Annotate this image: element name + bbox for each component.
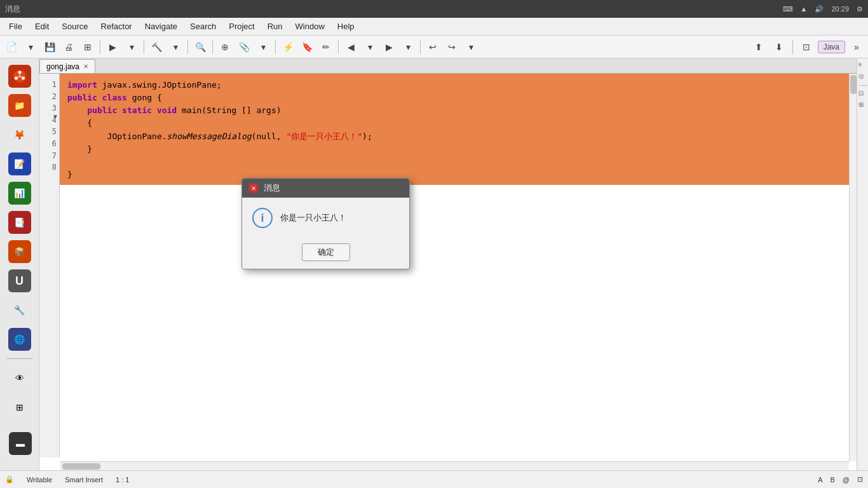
line-numbers: 12345678: [39, 74, 60, 458]
sidebar-separator: [7, 358, 32, 359]
status-icon-c[interactable]: @: [843, 476, 850, 484]
attach-arrow-btn[interactable]: ▾: [254, 38, 272, 56]
separator-6: [338, 40, 339, 54]
separator-8: [792, 40, 793, 54]
menu-edit[interactable]: Edit: [29, 19, 55, 34]
separator-5: [275, 40, 276, 54]
more-btn[interactable]: »: [848, 38, 865, 56]
workspace-icon[interactable]: ⊞: [8, 396, 31, 419]
code-line-3: public static void main(String [] args): [67, 104, 841, 117]
status-right: A B @ ⊡: [818, 475, 863, 484]
v-scrollbar[interactable]: [849, 74, 857, 461]
bookmark-btn[interactable]: 🔖: [298, 38, 316, 56]
right-icon-4[interactable]: ⊞: [858, 101, 867, 110]
status-icon-left[interactable]: 🔒: [5, 475, 14, 484]
menu-bar: File Edit Source Refactor Navigate Searc…: [0, 18, 868, 36]
code-line-6: }: [67, 143, 841, 156]
menu-search[interactable]: Search: [184, 19, 222, 34]
right-icon-3[interactable]: ⊡: [858, 90, 867, 98]
v-scrollbar-thumb[interactable]: [850, 75, 857, 94]
right-icon-2[interactable]: ◎: [858, 72, 867, 81]
files-icon[interactable]: 📁: [8, 94, 31, 117]
compare-btn[interactable]: ⚡: [279, 38, 297, 56]
menu-source[interactable]: Source: [55, 19, 94, 34]
print-btn[interactable]: 🖨: [60, 38, 78, 56]
build-arrow-btn[interactable]: ▾: [166, 38, 184, 56]
redo-btn[interactable]: ↪: [443, 38, 461, 56]
prev-annotation-btn[interactable]: ⬆: [750, 38, 768, 56]
tools-icon[interactable]: 🔧: [8, 299, 31, 322]
package-icon[interactable]: 📦: [8, 240, 31, 263]
menu-help[interactable]: Help: [331, 19, 361, 34]
status-bar: 🔒 Writable Smart Insert 1 : 1 A B @ ⊡: [0, 470, 868, 488]
impress-icon[interactable]: 📑: [8, 211, 31, 234]
h-scrollbar[interactable]: [60, 461, 849, 470]
dialog-ok-btn[interactable]: 确定: [302, 243, 350, 261]
title-bar-title: 消息: [5, 4, 20, 15]
editor-tab[interactable]: gong.java ✕: [39, 59, 95, 73]
toolbar-arrow-btn[interactable]: ▾: [22, 38, 39, 56]
status-icon-d[interactable]: ⊡: [857, 475, 863, 484]
calc-icon[interactable]: 📊: [8, 182, 31, 205]
build-btn[interactable]: 🔨: [147, 38, 165, 56]
dialog-close-btn[interactable]: ✕: [248, 183, 259, 193]
cursor-position: 1 : 1: [116, 476, 129, 484]
writer-icon[interactable]: 📝: [8, 152, 31, 175]
menu-refactor[interactable]: Refactor: [95, 19, 139, 34]
maximize-editor-btn[interactable]: ⊡: [797, 38, 815, 56]
save-btn[interactable]: 💾: [41, 38, 58, 56]
right-sidebar: ≡ ◎ ⊡ ⊞: [857, 58, 868, 470]
toolbar: 📄 ▾ 💾 🖨 ⊞ ▶ ▾ 🔨 ▾ 🔍 ⊕ 📎 ▾ ⚡ 🔖 ✏ ◀ ▾ ▶ ▾ …: [0, 36, 868, 58]
unity-icon[interactable]: U: [8, 269, 31, 292]
menu-navigate[interactable]: Navigate: [139, 19, 184, 34]
next-annotation-btn[interactable]: ⬇: [770, 38, 788, 56]
redo-arrow-btn[interactable]: ▾: [462, 38, 480, 56]
editor-container: gong.java ✕ 12345678 ▼ import javax.swin…: [39, 58, 857, 470]
menu-project[interactable]: Project: [222, 19, 261, 34]
nav-fwd-btn[interactable]: ▶: [380, 38, 398, 56]
status-icon-b[interactable]: B: [830, 476, 834, 484]
java-label[interactable]: Java: [818, 41, 845, 53]
tab-close-btn[interactable]: ✕: [83, 63, 88, 70]
message-dialog: ✕ 消息 i 你是一只小王八！ 确定: [241, 178, 410, 269]
search-btn[interactable]: 🔍: [191, 38, 209, 56]
run-arrow-btn[interactable]: ▾: [123, 38, 140, 56]
keyboard-icon: ⌨: [783, 5, 793, 13]
tab-bar: gong.java ✕: [39, 58, 857, 74]
code-line-5: JOptionPane.showMessageDialog(null, "你是一…: [67, 130, 841, 143]
run-btn[interactable]: ▶: [104, 38, 121, 56]
firefox-icon[interactable]: 🦊: [8, 123, 31, 146]
nav-fwd-arrow-btn[interactable]: ▾: [399, 38, 417, 56]
save-all-btn[interactable]: ⊞: [79, 38, 97, 56]
status-icon-a[interactable]: A: [818, 476, 822, 484]
menu-file[interactable]: File: [3, 19, 29, 34]
jump-btn[interactable]: ⊕: [216, 38, 234, 56]
nav-btn[interactable]: ◀: [342, 38, 360, 56]
menu-window[interactable]: Window: [289, 19, 331, 34]
clock: 20:29: [831, 5, 849, 13]
right-icon-1[interactable]: ≡: [858, 61, 867, 70]
dialog-footer: 确定: [242, 238, 409, 269]
left-sidebar: 📁 🦊 📝 📊 📑 📦 U 🔧 🌐 👁 ⊞ ▬: [0, 58, 39, 470]
svg-point-1: [18, 71, 21, 74]
ubuntu-icon[interactable]: [8, 65, 31, 88]
nav-arrow-btn[interactable]: ▾: [361, 38, 379, 56]
terminal-icon[interactable]: ▬: [9, 431, 32, 456]
new-file-btn[interactable]: 📄: [3, 38, 20, 56]
attach-btn[interactable]: 📎: [235, 38, 253, 56]
task-btn[interactable]: ✏: [317, 38, 335, 56]
menu-run[interactable]: Run: [261, 19, 289, 34]
code-line-1: import javax.swing.JOptionPane;: [67, 79, 841, 92]
h-scrollbar-thumb[interactable]: [62, 463, 100, 470]
network-icon[interactable]: 🌐: [8, 328, 31, 351]
code-area[interactable]: 12345678 ▼ import javax.swing.JOptionPan…: [39, 74, 857, 470]
fold-indicator[interactable]: ▼: [52, 113, 58, 120]
dialog-title-bar: ✕ 消息: [242, 179, 409, 198]
view-icon[interactable]: 👁: [8, 367, 31, 390]
code-line-4: {: [67, 117, 841, 130]
svg-point-3: [22, 77, 25, 80]
undo-btn[interactable]: ↩: [424, 38, 442, 56]
code-line-8: }: [67, 168, 841, 181]
main-layout: 📁 🦊 📝 📊 📑 📦 U 🔧 🌐 👁 ⊞ ▬ gong.java ✕: [0, 58, 868, 470]
right-sep: [858, 85, 867, 86]
